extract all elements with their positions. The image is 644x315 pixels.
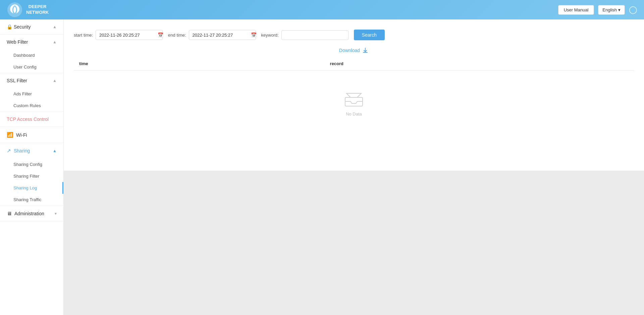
- sidebar-item-dashboard[interactable]: Dashboard: [0, 49, 63, 61]
- logo-text: DEEPER NETWORK: [26, 4, 49, 15]
- content-panel: start time: 📅 end time: 📅 keyword:: [64, 19, 644, 171]
- header-right: User Manual English ▾ ◯: [558, 5, 637, 15]
- sidebar-item-sharing-traffic[interactable]: Sharing Traffic: [0, 194, 63, 206]
- sidebar-label-tcp: TCP Access Control: [7, 117, 49, 122]
- sidebar-label-ssl-filter: SSL Filter: [7, 78, 27, 83]
- download-label: Download: [339, 48, 360, 53]
- share-icon: ↗: [7, 148, 11, 154]
- end-time-label: end time:: [168, 33, 186, 38]
- logo-icon: [7, 2, 23, 18]
- sidebar-item-custom-rules[interactable]: Custom Rules: [0, 100, 63, 111]
- lock-icon: 🔒: [7, 24, 12, 30]
- sidebar-label-sharing: Sharing: [14, 148, 30, 153]
- start-time-input[interactable]: 📅: [96, 30, 163, 40]
- chevron-up-icon-ssl: ▲: [53, 78, 57, 83]
- end-time-group: end time: 📅: [168, 30, 256, 40]
- chevron-down-icon-admin: ▾: [55, 211, 57, 216]
- table-header-record: record: [325, 57, 634, 71]
- sidebar-label-administration: Administration: [14, 211, 44, 216]
- sidebar: 🔒 Security ▲ Web Filter ▲ Dashboard User…: [0, 19, 64, 315]
- end-time-input[interactable]: 📅: [189, 30, 256, 40]
- chevron-up-icon: ▲: [53, 25, 57, 29]
- sidebar-label-wifi: Wi-Fi: [16, 132, 27, 138]
- sidebar-item-sharing-log[interactable]: Sharing Log: [0, 182, 63, 194]
- sidebar-section-security: 🔒 Security ▲: [0, 19, 63, 35]
- gray-area: [64, 171, 644, 315]
- sidebar-section-ssl-filter: SSL Filter ▲ Ads Filter Custom Rules: [0, 73, 63, 112]
- no-data-icon: [344, 91, 364, 107]
- start-time-label: start time:: [74, 33, 93, 38]
- table-header-time: time: [74, 57, 325, 71]
- search-button[interactable]: Search: [354, 30, 385, 40]
- download-area: Download: [74, 47, 634, 54]
- sidebar-item-administration[interactable]: 🖥 Administration ▾: [0, 206, 63, 221]
- sidebar-item-sharing-config[interactable]: Sharing Config: [0, 159, 63, 170]
- logo: DEEPER NETWORK: [7, 2, 49, 18]
- table-row-empty: No Data: [74, 71, 634, 137]
- start-time-field[interactable]: [99, 33, 156, 38]
- language-label: English: [602, 7, 617, 12]
- wifi-icon: 📶: [7, 132, 13, 138]
- no-data-text: No Data: [346, 111, 362, 117]
- end-time-field[interactable]: [193, 33, 249, 38]
- user-account-icon[interactable]: ◯: [629, 5, 637, 14]
- monitor-icon: 🖥: [7, 211, 12, 216]
- data-table: time record: [74, 57, 634, 137]
- keyword-label: keyword:: [261, 33, 279, 38]
- start-time-group: start time: 📅: [74, 30, 163, 40]
- sidebar-item-tcp[interactable]: TCP Access Control: [0, 112, 63, 127]
- filter-bar: start time: 📅 end time: 📅 keyword:: [74, 30, 634, 40]
- calendar-icon-start[interactable]: 📅: [158, 32, 163, 38]
- chevron-up-icon-webfilter: ▲: [53, 40, 57, 44]
- sidebar-item-ads-filter[interactable]: Ads Filter: [0, 88, 63, 100]
- sidebar-section-sharing: ↗ Sharing ▲ Sharing Config Sharing Filte…: [0, 143, 63, 206]
- header: DEEPER NETWORK User Manual English ▾ ◯: [0, 0, 644, 19]
- sidebar-label-web-filter: Web Filter: [7, 39, 28, 45]
- sidebar-section-tcp: TCP Access Control: [0, 112, 63, 127]
- sidebar-section-wifi: 📶 Wi-Fi: [0, 127, 63, 143]
- no-data-container: No Data: [74, 71, 634, 137]
- keyword-input[interactable]: [281, 30, 348, 40]
- layout: 🔒 Security ▲ Web Filter ▲ Dashboard User…: [0, 19, 644, 315]
- sidebar-item-ssl-filter[interactable]: SSL Filter ▲: [0, 73, 63, 88]
- main-content: start time: 📅 end time: 📅 keyword:: [64, 19, 644, 315]
- sidebar-section-administration: 🖥 Administration ▾: [0, 206, 63, 221]
- download-icon: [362, 47, 369, 54]
- chevron-up-icon-sharing: ▲: [53, 148, 57, 153]
- sidebar-section-web-filter: Web Filter ▲ Dashboard User Config: [0, 35, 63, 73]
- sidebar-item-web-filter[interactable]: Web Filter ▲: [0, 35, 63, 49]
- language-button[interactable]: English ▾: [598, 5, 625, 15]
- sidebar-item-sharing[interactable]: ↗ Sharing ▲: [0, 143, 63, 159]
- user-manual-button[interactable]: User Manual: [558, 5, 594, 15]
- sidebar-item-wifi[interactable]: 📶 Wi-Fi: [0, 127, 63, 143]
- sidebar-item-user-config[interactable]: User Config: [0, 61, 63, 73]
- language-arrow-icon: ▾: [618, 7, 621, 12]
- keyword-group: keyword:: [261, 30, 348, 40]
- download-button[interactable]: Download: [339, 47, 369, 54]
- calendar-icon-end[interactable]: 📅: [251, 32, 257, 38]
- sidebar-item-security[interactable]: 🔒 Security ▲: [0, 19, 63, 34]
- sidebar-item-sharing-filter[interactable]: Sharing Filter: [0, 170, 63, 182]
- sidebar-label-security: Security: [14, 24, 31, 30]
